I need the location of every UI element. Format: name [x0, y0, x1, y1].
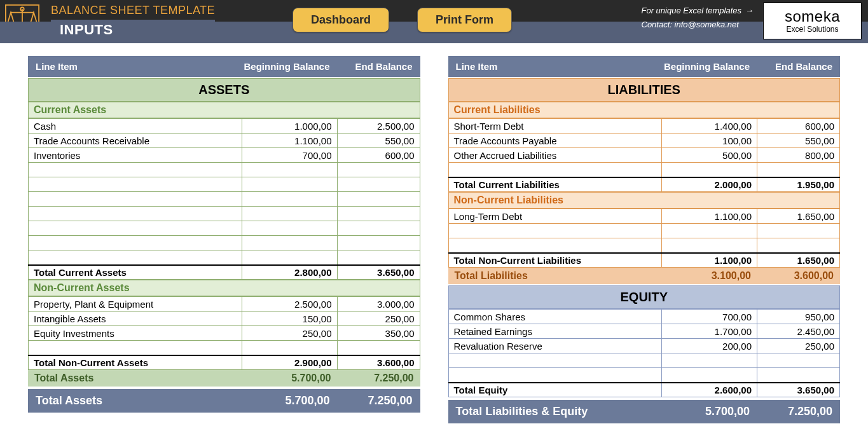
total-noncurrent-liabilities-row: Total Non-Current Liabilities1.100,001.6…	[448, 253, 840, 268]
table-row: Property, Plant & Equipment2.500,003.000…	[29, 297, 420, 312]
page-subtitle: INPUTS	[60, 22, 113, 38]
current-assets-label: Current Assets	[28, 102, 420, 118]
top-bar: $ $ BALANCE SHEET TEMPLATE INPUTS Dashbo…	[0, 0, 868, 43]
liabilities-equity-column: Line Item Beginning Balance End Balance …	[448, 56, 841, 423]
total-current-liabilities-row: Total Current Liabilities2.000,001.950,0…	[448, 177, 840, 192]
noncurrent-assets-label: Non-Current Assets	[28, 280, 420, 296]
column-header-row: Line Item Beginning Balance End Balance	[448, 56, 841, 77]
table-row	[29, 192, 420, 207]
total-current-assets-row: Total Current Assets2.800,003.650,00	[29, 265, 420, 280]
current-liabilities-table: Short-Term Debt1.400,00600,00 Trade Acco…	[448, 118, 841, 192]
column-header-row: Line Item Beginning Balance End Balance	[28, 56, 420, 77]
contact-text: Contact: info@someka.net	[642, 20, 739, 29]
header-end: End Balance	[330, 61, 413, 72]
dashboard-button[interactable]: Dashboard	[293, 8, 389, 32]
total-noncurrent-assets-row: Total Non-Current Assets2.900,003.600,00	[29, 355, 420, 370]
current-liabilities-label: Current Liabilities	[448, 102, 841, 118]
footer-total-liab-equity: Total Liabilities & Equity 5.700,00 7.25…	[448, 400, 841, 423]
table-row: Cash1.000,002.500,00	[29, 119, 420, 134]
noncurrent-liabilities-label: Non-Current Liabilities	[448, 192, 841, 209]
table-row	[29, 177, 420, 192]
table-row	[448, 368, 840, 383]
liabilities-header: LIABILITIES	[448, 78, 841, 102]
header-begin: Beginning Balance	[235, 61, 330, 72]
table-row	[29, 250, 420, 265]
table-row: Trade Accounts Payable100,00550,00	[448, 134, 840, 148]
noncurrent-liabilities-table: Long-Term Debt1.100,001.650,00 Total Non…	[448, 209, 841, 268]
table-row	[448, 163, 840, 177]
someka-logo[interactable]: someka Excel Solutions	[763, 3, 862, 39]
page-title: BALANCE SHEET TEMPLATE	[51, 4, 215, 17]
table-row: Short-Term Debt1.400,00600,00	[448, 119, 840, 134]
table-row	[29, 341, 420, 355]
assets-column: Line Item Beginning Balance End Balance …	[28, 56, 420, 423]
table-row: Long-Term Debt1.100,001.650,00	[448, 209, 840, 224]
templates-link[interactable]: For unique Excel templates →	[642, 4, 754, 18]
total-assets-row: Total Assets 5.700,00 7.250,00	[28, 370, 420, 387]
noncurrent-assets-table: Property, Plant & Equipment2.500,003.000…	[28, 296, 420, 370]
table-row: Inventories700,00600,00	[29, 148, 420, 163]
table-row	[448, 238, 840, 253]
equity-header: EQUITY	[448, 285, 841, 309]
total-liabilities-row: Total Liabilities 3.100,00 3.600,00	[448, 268, 841, 284]
table-row	[29, 207, 420, 221]
total-equity-row: Total Equity2.600,003.650,00	[448, 383, 840, 397]
arrow-right-icon: →	[745, 4, 754, 18]
table-row: Common Shares700,00950,00	[448, 310, 840, 324]
table-row: Other Accrued Liabilities500,00800,00	[448, 148, 840, 163]
table-row	[448, 353, 840, 368]
assets-header: ASSETS	[28, 78, 420, 102]
header-line-item: Line Item	[36, 61, 235, 72]
table-row	[29, 221, 420, 236]
table-row	[448, 224, 840, 238]
table-row: Retained Earnings1.700,002.450,00	[448, 324, 840, 339]
table-row: Revaluation Reserve200,00250,00	[448, 339, 840, 353]
footer-total-assets: Total Assets 5.700,00 7.250,00	[28, 389, 420, 413]
table-row	[29, 163, 420, 177]
equity-table: Common Shares700,00950,00 Retained Earni…	[448, 309, 841, 397]
table-row: Equity Investments250,00350,00	[29, 326, 420, 341]
table-row: Intangible Assets150,00250,00	[29, 312, 420, 326]
table-row	[29, 236, 420, 250]
table-row: Trade Accounts Receivable1.100,00550,00	[29, 134, 420, 148]
current-assets-table: Cash1.000,002.500,00 Trade Accounts Rece…	[28, 118, 420, 280]
print-form-button[interactable]: Print Form	[417, 8, 512, 32]
